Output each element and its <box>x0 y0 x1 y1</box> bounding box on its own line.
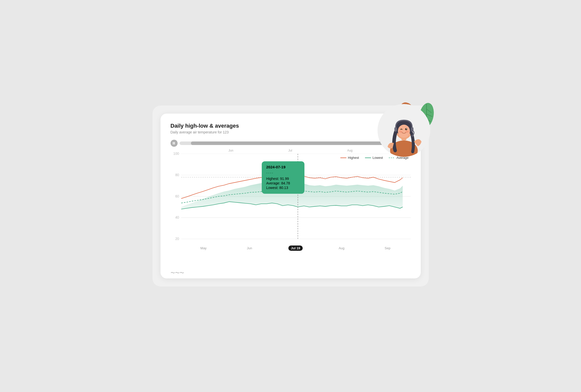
svg-point-18 <box>411 135 413 137</box>
svg-rect-16 <box>394 127 397 132</box>
pause-button[interactable] <box>171 140 178 147</box>
x-axis-labels: May Jun Jul 19 Aug Sep <box>171 246 411 250</box>
wave-icon: 〜〜〜 <box>171 270 184 276</box>
tooltip-lowest: Lowest: 80.13 <box>266 186 300 190</box>
tooltip-highest: Highest: 91.99 <box>266 177 300 181</box>
chart-card: Daily high-low & averages Daily average … <box>161 114 421 278</box>
avatar-container <box>373 102 433 162</box>
legend-highest: Highest <box>340 156 359 160</box>
timeline-month-jun: Jun <box>228 149 233 152</box>
svg-text:20: 20 <box>175 237 179 241</box>
svg-text:100: 100 <box>173 152 179 156</box>
svg-text:60: 60 <box>175 194 179 198</box>
page-container: Daily high-low & averages Daily average … <box>152 106 429 286</box>
tooltip-date: 2024-07-19 <box>266 165 300 169</box>
timeline-fill <box>191 141 386 145</box>
svg-point-13 <box>406 129 407 129</box>
x-label-aug: Aug <box>319 246 364 250</box>
pause-icon <box>173 142 175 144</box>
tooltip: 2024-07-19 ---- Highest: 91.99 Average: … <box>262 161 304 194</box>
x-label-jun: Jun <box>227 246 273 250</box>
avatar <box>378 104 430 157</box>
timeline-month-jul: Jul <box>288 149 292 152</box>
x-label-sep: Sep <box>364 246 410 250</box>
svg-point-14 <box>399 131 402 133</box>
tooltip-dashes: ---- <box>266 171 300 175</box>
x-label-may: May <box>181 246 227 250</box>
svg-text:80: 80 <box>175 173 179 177</box>
svg-point-15 <box>405 131 409 133</box>
timeline-month-aug: Aug <box>347 149 352 152</box>
x-label-selected: Jul 19 <box>288 246 303 251</box>
legend-highest-label: Highest <box>348 156 359 160</box>
chart-container: Highest Lowest Average <box>171 154 411 250</box>
x-label-jul19: Jul 19 <box>273 246 319 250</box>
tooltip-average: Average: 84.78 <box>266 181 300 185</box>
svg-text:40: 40 <box>175 216 179 219</box>
